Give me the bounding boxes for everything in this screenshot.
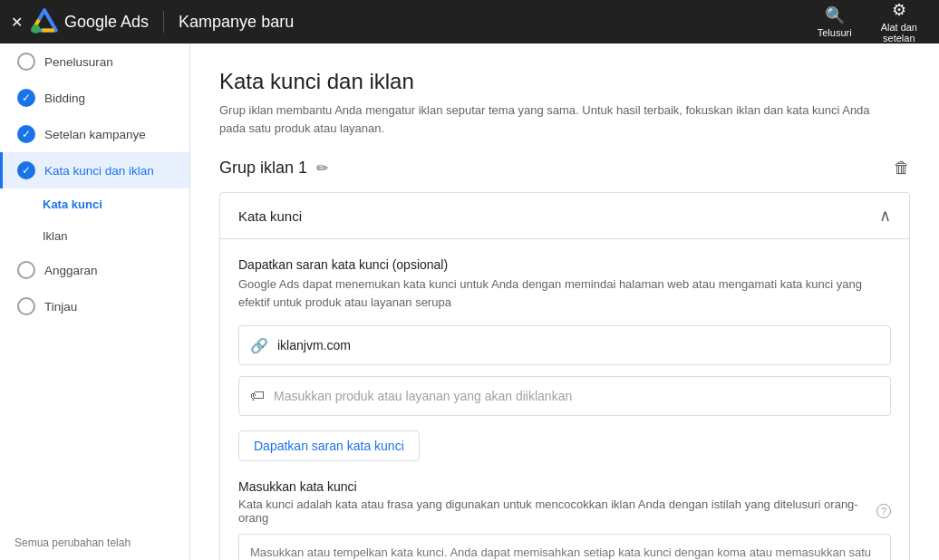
edit-adgroup-button[interactable]: ✏ [316, 159, 328, 177]
page-description: Grup iklan membantu Anda mengatur iklan … [219, 101, 890, 137]
settings-button[interactable]: ⚙ Alat dan setelan [870, 0, 928, 47]
sidebar-label-anggaran: Anggaran [44, 264, 98, 277]
help-icon[interactable]: ? [876, 504, 891, 518]
url-input[interactable] [277, 338, 879, 352]
sidebar-label-setelan: Setelan kampanye [44, 128, 146, 141]
penelusuran-icon [17, 53, 35, 71]
product-input-group: 🏷 [238, 376, 891, 416]
sidebar-label-kata-kunci: Kata kunci [43, 198, 102, 211]
adgroup-title-group: Grup iklan 1 ✏ [219, 159, 328, 178]
enter-kw-desc: Kata kunci adalah kata atau frasa yang d… [238, 497, 891, 525]
suggestion-label: Dapatkan saran kata kunci (opsional) [238, 257, 891, 272]
topbar-divider [163, 11, 164, 33]
sidebar-item-anggaran[interactable]: Anggaran [0, 252, 189, 288]
main-content: Kata kunci dan iklan Grup iklan membantu… [190, 43, 939, 560]
close-button[interactable]: ✕ [11, 14, 23, 31]
settings-icon: ⚙ [892, 0, 906, 20]
section-body: Dapatkan saran kata kunci (opsional) Goo… [220, 239, 909, 560]
brand-name: Google Ads [64, 13, 149, 32]
link-icon: 🔗 [250, 337, 268, 354]
product-input[interactable] [274, 389, 879, 403]
sidebar: Penelusuran ✓ Bidding ✓ Setelan kampanye… [0, 43, 190, 560]
url-input-group: 🔗 [238, 325, 891, 365]
svg-point-2 [32, 24, 41, 34]
topbar: ✕ Google Ads Kampanye baru 🔍 Telusuri ⚙ … [0, 0, 939, 43]
section-header[interactable]: Kata kunci ∧ [220, 193, 909, 239]
sidebar-label-bidding: Bidding [44, 92, 85, 105]
section-title: Kata kunci [238, 208, 302, 224]
main-layout: Penelusuran ✓ Bidding ✓ Setelan kampanye… [0, 43, 939, 560]
setelan-icon: ✓ [17, 125, 35, 143]
sidebar-item-bidding[interactable]: ✓ Bidding [0, 80, 189, 116]
page-title: Kata kunci dan iklan [219, 69, 910, 94]
tinjau-icon [17, 297, 35, 315]
sidebar-item-iklan[interactable]: Iklan [0, 220, 189, 252]
delete-adgroup-button[interactable]: 🗑 [894, 159, 910, 178]
sidebar-item-penelusuran[interactable]: Penelusuran [0, 43, 189, 80]
kata-kunci-iklan-icon: ✓ [17, 161, 35, 179]
bidding-icon: ✓ [17, 89, 35, 107]
campaign-title: Kampanye baru [179, 13, 294, 32]
sidebar-label-penelusuran: Penelusuran [44, 55, 113, 69]
get-suggestions-button[interactable]: Dapatkan saran kata kunci [238, 430, 420, 461]
collapse-icon: ∧ [879, 206, 891, 226]
search-icon: 🔍 [825, 5, 845, 25]
sidebar-item-setelan[interactable]: ✓ Setelan kampanye [0, 116, 189, 152]
sidebar-label-iklan: Iklan [43, 229, 67, 243]
search-label: Telusuri [818, 27, 852, 38]
settings-label: Alat dan setelan [881, 22, 917, 43]
topbar-actions: 🔍 Telusuri ⚙ Alat dan setelan [807, 0, 928, 47]
keywords-textarea[interactable] [238, 534, 891, 560]
suggestion-description: Google Ads dapat menemukan kata kunci un… [238, 275, 891, 311]
google-ads-logo [30, 7, 59, 36]
sidebar-item-kata-kunci-iklan[interactable]: ✓ Kata kunci dan iklan [0, 152, 189, 188]
enter-kw-label: Masukkan kata kunci [238, 479, 891, 494]
sidebar-footer: Semua perubahan telah [0, 526, 189, 560]
search-button[interactable]: 🔍 Telusuri [807, 2, 863, 42]
product-icon: 🏷 [250, 388, 265, 404]
adgroup-title-text: Grup iklan 1 [219, 159, 307, 178]
anggaran-icon [17, 261, 35, 279]
adgroup-header: Grup iklan 1 ✏ 🗑 [219, 159, 910, 178]
sidebar-item-kata-kunci[interactable]: Kata kunci [0, 188, 189, 220]
keywords-section-card: Kata kunci ∧ Dapatkan saran kata kunci (… [219, 192, 910, 560]
sidebar-item-tinjau[interactable]: Tinjau [0, 288, 189, 324]
sidebar-label-kata-kunci-iklan: Kata kunci dan iklan [44, 164, 154, 178]
sidebar-label-tinjau: Tinjau [44, 300, 77, 314]
